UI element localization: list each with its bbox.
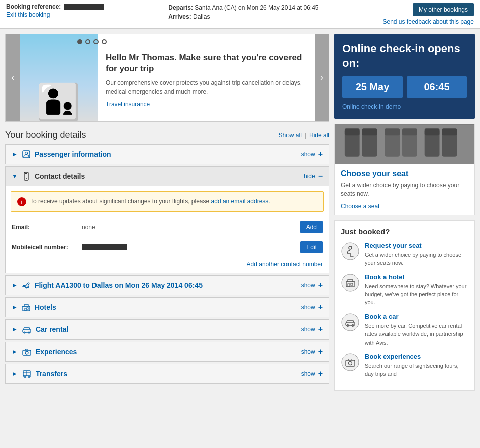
transfers-plus-icon: + <box>318 369 323 378</box>
carousel-prev-button[interactable]: ‹ <box>6 34 20 121</box>
carousel-dot-2[interactable] <box>85 39 90 44</box>
add-contact-number-link[interactable]: Add another contact number <box>247 261 323 268</box>
email-label: Email: <box>12 223 82 231</box>
book-experiences-link[interactable]: Book experiences <box>365 353 468 360</box>
svg-point-41 <box>342 314 359 331</box>
carousel-link[interactable]: Travel insurance <box>106 101 150 108</box>
checkin-title: Online check-in opens on: <box>342 42 467 70</box>
carousel-image-area: 👨‍👦 <box>20 34 98 121</box>
carrental-show-text: show <box>301 326 315 333</box>
just-booked-box: Just booked? Request your seat Get a wid… <box>334 220 475 391</box>
edit-mobile-button[interactable]: Edit <box>300 241 323 253</box>
carousel-dot-3[interactable] <box>93 39 99 44</box>
carousel-dots <box>77 39 107 44</box>
hotel-text: Book a hotel Need somewhere to stay? Wha… <box>365 273 468 307</box>
svg-rect-6 <box>25 308 26 311</box>
svg-rect-30 <box>385 128 400 135</box>
header-left: Booking reference: Exit this booking <box>6 3 104 18</box>
email-value: none <box>82 223 300 231</box>
left-column: ‹ 👨‍👦 Hello Mr Thomas. Make sure <box>5 34 329 391</box>
hotel-icon <box>341 273 360 292</box>
flight-arrow-icon: ► <box>12 282 18 289</box>
exit-booking-link[interactable]: Exit this booking <box>6 11 50 18</box>
passenger-show-text: show <box>301 151 315 158</box>
feedback-link[interactable]: Send us feedback about this page <box>383 18 474 25</box>
alert-icon: i <box>17 197 26 206</box>
just-booked-title: Just booked? <box>341 227 468 236</box>
request-seat-desc: Get a wider choice by paying to choose y… <box>365 252 461 266</box>
show-hide-controls: Show all | Hide all <box>278 132 329 139</box>
email-row: Email: none Add <box>6 217 329 237</box>
contact-arrow-icon: ▼ <box>12 173 18 180</box>
hide-all-link[interactable]: Hide all <box>309 132 329 139</box>
book-hotel-desc: Need somewhere to stay? Whatever your bu… <box>365 283 466 306</box>
arrives-value: Dallas <box>193 13 210 20</box>
show-all-link[interactable]: Show all <box>278 132 301 139</box>
svg-point-16 <box>24 376 25 378</box>
svg-rect-28 <box>345 128 360 135</box>
flight-section: ► Flight AA1300 to Dallas on Mon 26 May … <box>5 275 329 295</box>
passenger-header[interactable]: ► Passenger information show + <box>6 145 329 164</box>
booking-details-header: Your booking details Show all | Hide all <box>5 130 329 140</box>
car-text: Book a car See more by car. Competitive … <box>365 313 468 347</box>
svg-rect-32 <box>425 128 440 135</box>
experiences-section: ► Experiences show + <box>5 342 329 362</box>
carousel-image: 👨‍👦 <box>20 34 98 122</box>
contact-header[interactable]: ▼ Contact details hide − <box>6 167 329 186</box>
checkin-demo-link[interactable]: Online check-in demo <box>342 103 401 110</box>
book-car-link[interactable]: Book a car <box>365 313 468 320</box>
carrental-section: ► Car rental show + <box>5 319 329 340</box>
hotels-label: Hotels <box>35 303 301 311</box>
transfers-arrow-icon: ► <box>12 370 18 377</box>
carousel-next-button[interactable]: › <box>315 34 329 121</box>
svg-point-3 <box>26 178 27 179</box>
svg-rect-31 <box>402 128 417 135</box>
request-seat-link[interactable]: Request your seat <box>365 242 468 249</box>
checkin-dates: 25 May 06:45 <box>342 76 467 98</box>
seat-box: Choose your seat Get a wider choice by p… <box>334 124 475 215</box>
hotels-icon <box>22 303 31 312</box>
svg-point-36 <box>342 274 359 291</box>
passenger-icon <box>22 150 31 159</box>
contact-alert: i To receive updates about significant c… <box>11 191 324 212</box>
contact-label: Contact details <box>35 172 304 180</box>
just-booked-item-hotel: Book a hotel Need somewhere to stay? Wha… <box>341 273 468 307</box>
hotels-header[interactable]: ► Hotels show + <box>6 298 329 317</box>
add-email-button[interactable]: Add <box>300 221 323 233</box>
hotels-section: ► Hotels show + <box>5 297 329 317</box>
carrental-header[interactable]: ► Car rental show + <box>6 320 329 339</box>
experiences-header[interactable]: ► Experiences show + <box>6 342 329 361</box>
transfers-section: ► Transfers show + <box>5 364 329 384</box>
add-email-link[interactable]: add an email address. <box>211 198 270 205</box>
experiences-label: Experiences <box>36 348 301 356</box>
svg-rect-33 <box>442 128 457 135</box>
booking-details-title: Your booking details <box>5 130 86 140</box>
checkin-box: Online check-in opens on: 25 May 06:45 O… <box>334 34 475 119</box>
book-hotel-link[interactable]: Book a hotel <box>365 273 468 281</box>
contact-minus-icon: − <box>318 172 323 181</box>
carousel-dot-1[interactable] <box>77 39 82 44</box>
transfers-show-text: show <box>301 370 315 377</box>
car-icon <box>22 325 32 334</box>
hotels-arrow-icon: ► <box>12 304 18 311</box>
divider: | <box>305 132 306 139</box>
experiences-plus-icon: + <box>318 347 323 356</box>
seat-title: Choose your seat <box>341 169 468 178</box>
hotels-plus-icon: + <box>318 303 323 312</box>
transfers-header[interactable]: ► Transfers show + <box>6 364 329 383</box>
arrives-label: Arrives: <box>168 13 191 20</box>
mobile-value <box>82 244 300 251</box>
booking-reference: Booking reference: <box>6 3 104 10</box>
choose-seat-link[interactable]: Choose a seat <box>341 203 379 210</box>
checkin-time: 06:45 <box>407 76 467 98</box>
page-header: Booking reference: Exit this booking Dep… <box>0 0 480 29</box>
hotels-show-text: show <box>301 304 315 311</box>
alert-text-content: To receive updates about significant cha… <box>30 198 209 205</box>
my-other-bookings-button[interactable]: My other bookings <box>413 3 474 16</box>
carousel-dot-4[interactable] <box>102 39 107 44</box>
booking-ref-label: Booking reference: <box>6 3 61 10</box>
departs-value: Santa Ana (CA) on Mon 26 May 2014 at 06:… <box>195 4 318 11</box>
flight-header[interactable]: ► Flight AA1300 to Dallas on Mon 26 May … <box>6 276 329 295</box>
passenger-arrow-icon: ► <box>12 151 18 158</box>
alert-text: To receive updates about significant cha… <box>30 197 270 206</box>
